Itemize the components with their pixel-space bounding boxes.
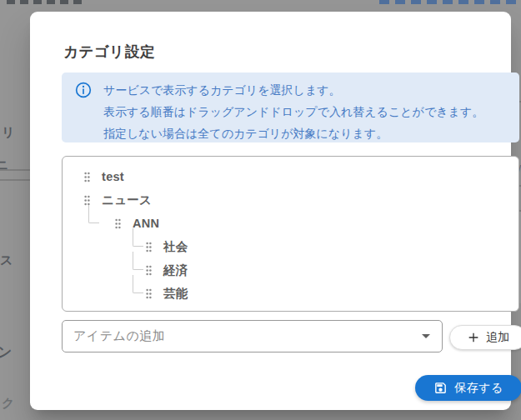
info-alert-line: サービスで表示するカテゴリを選択します。 [103, 79, 483, 101]
plus-icon [467, 331, 480, 344]
info-alert-line: 表示する順番はドラッグアンドドロップで入れ替えることができます。 [103, 101, 483, 122]
dialog-title: カテゴリ設定 [63, 42, 155, 62]
category-tree: test ニュース ANN [62, 156, 519, 312]
background-link-fragment [379, 0, 517, 4]
tree-item-row[interactable]: test [63, 165, 518, 188]
background-divider [0, 169, 30, 171]
background-text-fragment: ス [0, 253, 13, 266]
info-icon [75, 82, 92, 98]
background-text-fragment [7, 0, 82, 4]
tree-item-row[interactable]: 芸能 [63, 282, 518, 305]
add-item-select[interactable]: アイテムの追加 [62, 320, 443, 352]
tree-connector [133, 252, 143, 270]
chevron-down-icon[interactable] [422, 334, 430, 338]
add-button[interactable]: 追加 [449, 325, 521, 350]
drag-handle-icon[interactable] [145, 288, 153, 300]
add-item-placeholder: アイテムの追加 [73, 321, 165, 352]
save-button-label: 保存する [454, 381, 503, 396]
tree-item-label: ニュース [102, 192, 152, 208]
tree-connector [133, 275, 143, 293]
tree-item-row[interactable]: 社会 [63, 235, 518, 258]
background-text-fragment: ン [0, 345, 12, 359]
tree-connector [88, 205, 99, 223]
drag-handle-icon[interactable] [83, 171, 91, 183]
category-settings-dialog: カテゴリ設定 サービスで表示するカテゴリを選択します。 表示する順番はドラッグア… [30, 12, 511, 410]
drag-handle-icon[interactable] [145, 264, 153, 277]
tree-connector [133, 228, 143, 247]
background-text-fragment: リ [2, 126, 14, 138]
info-alert-text: サービスで表示するカテゴリを選択します。 表示する順番はドラッグアンドドロップで… [103, 79, 483, 144]
tree-item-row[interactable]: ANN [63, 212, 518, 235]
add-button-label: 追加 [486, 330, 509, 345]
drag-handle-icon[interactable] [145, 241, 153, 253]
save-icon [433, 381, 448, 395]
info-alert: サービスで表示するカテゴリを選択します。 表示する順番はドラッグアンドドロップで… [62, 72, 519, 142]
drag-handle-icon[interactable] [114, 218, 122, 230]
tree-item-label: 経済 [163, 262, 188, 278]
tree-item-label: 芸能 [163, 286, 188, 302]
background-text-fragment: ク [2, 397, 14, 409]
tree-item-row[interactable]: 経済 [63, 258, 518, 282]
background-divider [0, 179, 30, 181]
save-button[interactable]: 保存する [415, 375, 521, 401]
info-alert-line: 指定しない場合は全てのカテゴリが対象になります。 [103, 122, 483, 144]
tree-item-row[interactable]: ニュース [63, 188, 518, 212]
tree-item-label: test [102, 170, 124, 183]
tree-item-label: 社会 [163, 239, 188, 255]
